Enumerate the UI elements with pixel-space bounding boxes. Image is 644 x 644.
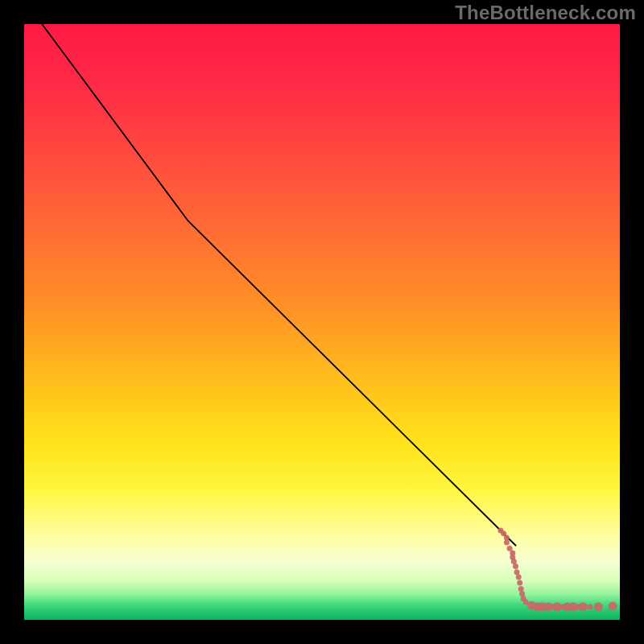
gradient-background	[24, 24, 620, 620]
data-point	[507, 546, 513, 551]
data-point	[588, 604, 593, 609]
watermark-label: TheBottleneck.com	[455, 2, 636, 24]
data-point	[517, 580, 522, 586]
chart-svg	[24, 24, 620, 620]
chart-frame: TheBottleneck.com	[0, 0, 644, 644]
data-point	[609, 602, 617, 611]
data-point	[579, 602, 588, 611]
data-point	[519, 591, 525, 597]
plot-area	[24, 24, 620, 620]
data-point	[513, 564, 518, 569]
data-point	[594, 602, 603, 611]
data-point	[518, 586, 524, 592]
data-point	[516, 574, 522, 580]
data-point	[504, 539, 510, 545]
data-point	[553, 602, 562, 611]
